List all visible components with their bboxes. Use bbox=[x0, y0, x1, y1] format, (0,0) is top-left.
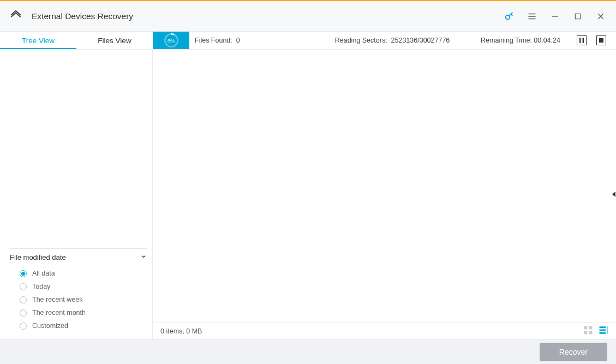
chevron-down-icon bbox=[140, 253, 147, 261]
radio-icon bbox=[20, 323, 27, 330]
filter-option[interactable]: The recent week bbox=[10, 293, 147, 306]
svg-rect-8 bbox=[589, 326, 593, 330]
svg-rect-11 bbox=[600, 326, 606, 328]
radio-icon bbox=[20, 296, 27, 303]
filter-option[interactable]: Customized bbox=[10, 319, 147, 332]
remaining-time-status: Remaining Time: 00:04:24 bbox=[481, 37, 577, 44]
filter-option-label: Today bbox=[32, 283, 50, 290]
grid-view-icon[interactable] bbox=[583, 325, 593, 337]
svg-rect-6 bbox=[599, 38, 603, 43]
radio-icon bbox=[20, 283, 27, 290]
svg-rect-10 bbox=[589, 331, 593, 335]
filter-option-label: The recent month bbox=[32, 309, 86, 317]
pause-button[interactable] bbox=[577, 35, 587, 45]
filter-option[interactable]: The recent month bbox=[10, 306, 147, 319]
tabs-row: Tree View Files View 8% Files Found: 0 R… bbox=[0, 32, 616, 50]
titlebar: External Devices Recovery bbox=[0, 1, 616, 32]
list-view-icon[interactable] bbox=[599, 325, 608, 337]
svg-rect-4 bbox=[579, 38, 581, 43]
progress-percent: 8% bbox=[168, 38, 175, 44]
svg-rect-7 bbox=[584, 326, 588, 330]
page-title: External Devices Recovery bbox=[32, 11, 133, 21]
files-found-status: Files Found: 0 bbox=[195, 37, 304, 44]
stop-button[interactable] bbox=[596, 35, 606, 45]
tab-files-view[interactable]: Files View bbox=[76, 32, 153, 49]
key-icon[interactable] bbox=[504, 11, 515, 22]
svg-rect-9 bbox=[584, 331, 588, 335]
svg-rect-13 bbox=[600, 332, 606, 334]
svg-rect-5 bbox=[583, 38, 584, 43]
bottom-bar: Recover bbox=[0, 339, 616, 364]
filter-option[interactable]: Today bbox=[10, 280, 147, 293]
filter-option[interactable]: All data bbox=[10, 267, 147, 280]
filter-option-label: All data bbox=[32, 270, 55, 277]
minimize-button[interactable] bbox=[549, 11, 560, 22]
close-button[interactable] bbox=[595, 11, 606, 22]
content-area: 0 items, 0 MB bbox=[153, 50, 616, 339]
reading-sectors-status: Reading Sectors: 2523136/30027776 bbox=[304, 37, 481, 44]
sidebar: File modified date All dataTodayThe rece… bbox=[0, 50, 153, 339]
filter-option-label: The recent week bbox=[32, 296, 82, 303]
scan-progress: 8% bbox=[153, 32, 189, 49]
home-icon[interactable] bbox=[10, 9, 22, 23]
filter-header[interactable]: File modified date bbox=[10, 248, 147, 265]
items-summary: 0 items, 0 MB bbox=[160, 327, 202, 335]
radio-icon bbox=[20, 309, 27, 317]
tab-tree-view[interactable]: Tree View bbox=[0, 32, 76, 49]
svg-rect-1 bbox=[575, 14, 580, 19]
svg-rect-14 bbox=[607, 326, 608, 334]
radio-icon bbox=[20, 270, 27, 277]
maximize-button[interactable] bbox=[572, 11, 583, 22]
menu-icon[interactable] bbox=[527, 11, 537, 22]
recover-button[interactable]: Recover bbox=[540, 343, 607, 361]
filter-option-label: Customized bbox=[32, 322, 68, 330]
slide-handle[interactable] bbox=[610, 189, 616, 200]
svg-rect-12 bbox=[600, 330, 606, 331]
